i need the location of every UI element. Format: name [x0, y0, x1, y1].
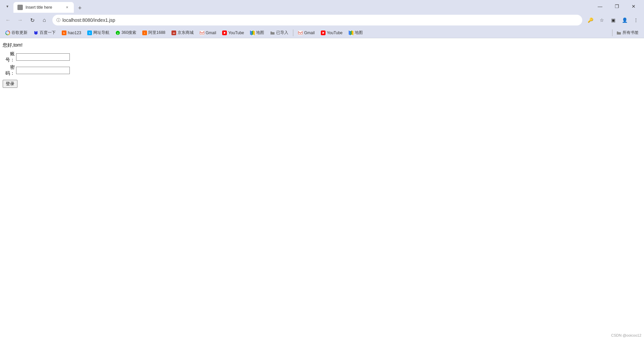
svg-text:3: 3 — [117, 32, 118, 34]
greeting-text: 您好,tom! — [3, 42, 641, 48]
tab-dropdown-button[interactable]: ▾ — [3, 2, 12, 11]
bookmark-youtube1[interactable]: YouTube — [219, 30, 247, 36]
home-button[interactable]: ⌂ — [39, 15, 50, 25]
profile-button[interactable]: 👤 — [619, 15, 630, 25]
sidebar-button[interactable]: ▣ — [608, 15, 618, 25]
nav-icon: N — [87, 31, 92, 35]
bookmark-label: 网址导航 — [93, 30, 109, 36]
tab-favicon-icon — [17, 5, 23, 10]
bookmark-google-update[interactable]: 谷歌更新 — [3, 29, 30, 37]
svg-marker-27 — [352, 31, 353, 35]
password-input[interactable] — [16, 67, 70, 74]
sidebar-icon: ▣ — [611, 17, 615, 23]
menu-icon: ⋮ — [634, 17, 638, 23]
page-content: 您好,tom! 账号： 密码： 登录 — [0, 38, 644, 340]
password-label: 密码： — [3, 64, 15, 76]
new-tab-button[interactable]: + — [75, 3, 85, 13]
active-tab[interactable]: Insert title here × — [13, 2, 74, 13]
minimize-button[interactable]: — — [592, 1, 608, 12]
bookmark-label: 地图 — [256, 30, 264, 36]
bookmarks-divider — [293, 30, 293, 36]
ali-icon: 1 — [142, 31, 147, 35]
bookmark-label: 阿里1688 — [148, 30, 165, 36]
svg-point-3 — [36, 31, 38, 33]
profile-icon: 👤 — [622, 17, 628, 23]
navigation-bar: ← → ↻ ⌂ ⓘ localhost:8080/index1.jsp 🔑 ☆ … — [0, 13, 644, 27]
svg-rect-21 — [298, 31, 303, 35]
login-button[interactable]: 登录 — [3, 80, 17, 88]
svg-text:1: 1 — [144, 32, 145, 34]
bookmark-label: YouTube — [327, 31, 343, 35]
maximize-button[interactable]: ❐ — [609, 1, 625, 12]
browser-window: ▾ Insert title here × + — ❐ ✕ ← → ↻ ⌂ ⓘ … — [0, 0, 644, 340]
bookmark-button[interactable]: ☆ — [596, 15, 607, 25]
svg-marker-19 — [250, 31, 252, 35]
password-icon: 🔑 — [588, 17, 593, 23]
360-icon: 3 — [115, 31, 120, 35]
youtube-icon — [222, 31, 227, 35]
svg-rect-14 — [200, 31, 204, 35]
bookmark-imported[interactable]: 已导入 — [267, 29, 291, 37]
bookmark-label: YouTube — [228, 31, 244, 35]
bookmark-label: 已导入 — [276, 30, 288, 36]
bookmarks-bar: 谷歌更新 百度一下 h hao123 — [0, 27, 644, 38]
tab-bar-left: ▾ — [3, 2, 12, 11]
bookmark-label: 地图 — [355, 30, 363, 36]
account-row: 账号： — [3, 51, 641, 63]
bookmark-ali1688[interactable]: 1 阿里1688 — [140, 29, 168, 37]
watermark: CSDN @ooicoo12 — [611, 333, 641, 337]
star-icon: ☆ — [600, 17, 604, 23]
svg-point-2 — [34, 31, 36, 33]
refresh-button[interactable]: ↻ — [27, 15, 38, 25]
bookmark-jd[interactable]: JD 京东商城 — [169, 29, 196, 37]
close-button[interactable]: ✕ — [626, 1, 641, 12]
bookmark-maps2[interactable]: 地图 — [346, 29, 365, 37]
all-bookmarks-icon — [616, 31, 621, 35]
google-icon — [5, 31, 10, 35]
bookmark-label: Gmail — [304, 31, 314, 35]
bookmark-label: Gmail — [206, 31, 216, 35]
bookmarks-right-section: 所有书签 — [611, 29, 641, 37]
lock-icon: ⓘ — [56, 17, 60, 23]
bookmark-baidu[interactable]: 百度一下 — [31, 29, 58, 37]
address-text: localhost:8080/index1.jsp — [62, 17, 578, 23]
bookmark-label: hao123 — [68, 31, 81, 35]
password-manager-button[interactable]: 🔑 — [585, 15, 596, 25]
svg-marker-20 — [253, 31, 255, 35]
bookmark-label: 百度一下 — [40, 30, 56, 36]
bookmark-label: 京东商城 — [178, 30, 194, 36]
account-label: 账号： — [3, 51, 15, 63]
gmail-icon-2 — [298, 31, 303, 35]
svg-text:N: N — [89, 32, 91, 34]
title-bar: ▾ Insert title here × + — ❐ ✕ — [0, 0, 644, 13]
account-input[interactable] — [16, 53, 70, 61]
tab-title: Insert title here — [26, 5, 62, 10]
hao123-icon: h — [62, 31, 66, 35]
jd-icon: JD — [171, 31, 176, 35]
bookmark-label: 360搜索 — [121, 30, 136, 36]
folder-icon — [270, 31, 275, 35]
all-bookmarks-button[interactable]: 所有书签 — [614, 29, 641, 37]
maps-icon-2 — [349, 31, 353, 35]
bookmark-nav[interactable]: N 网址导航 — [85, 29, 112, 37]
youtube-icon-2 — [321, 31, 326, 35]
back-button[interactable]: ← — [3, 15, 13, 25]
bookmark-gmail2[interactable]: Gmail — [295, 30, 317, 36]
bookmark-label: 谷歌更新 — [11, 30, 28, 36]
maps-icon — [250, 31, 255, 35]
svg-text:h: h — [63, 32, 65, 34]
nav-right-controls: 🔑 ☆ ▣ 👤 ⋮ — [585, 15, 641, 25]
bookmark-hao123[interactable]: h hao123 — [59, 30, 84, 36]
bookmark-gmail1[interactable]: Gmail — [197, 30, 219, 36]
forward-button[interactable]: → — [15, 15, 26, 25]
bookmark-youtube2[interactable]: YouTube — [318, 30, 345, 36]
menu-button[interactable]: ⋮ — [631, 15, 641, 25]
gmail-icon — [200, 31, 204, 35]
address-bar[interactable]: ⓘ localhost:8080/index1.jsp — [52, 15, 582, 25]
bookmark-maps1[interactable]: 地图 — [247, 29, 267, 37]
password-row: 密码： — [3, 64, 641, 76]
bookmark-360[interactable]: 3 360搜索 — [113, 29, 139, 37]
all-bookmarks-label: 所有书签 — [623, 30, 639, 36]
baidu-icon — [34, 31, 38, 35]
tab-close-button[interactable]: × — [64, 5, 70, 10]
